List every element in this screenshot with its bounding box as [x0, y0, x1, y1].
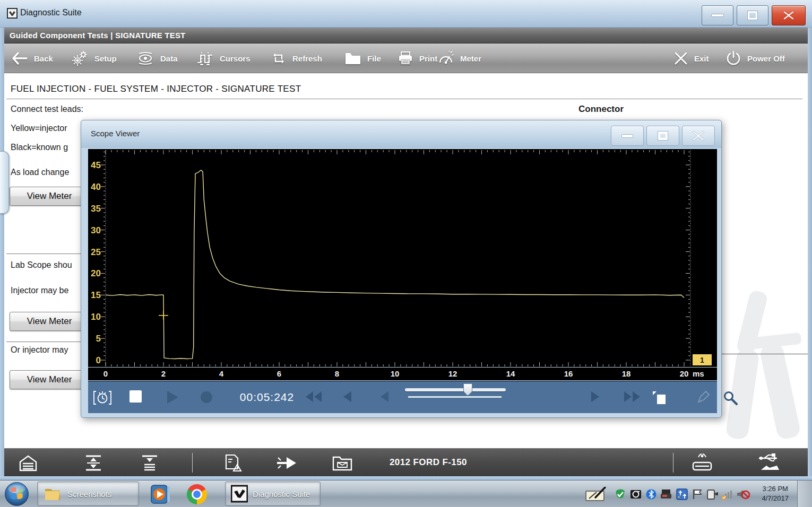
fast-forward-button[interactable] [623, 390, 641, 405]
tray-clock[interactable]: 3:26 PM 4/7/2017 [762, 484, 789, 503]
exit-button[interactable]: Exit [674, 43, 709, 73]
home-button[interactable] [18, 454, 38, 474]
diagnostic-suite-icon [231, 485, 248, 503]
svg-text:10: 10 [91, 312, 101, 322]
printer-icon [398, 51, 413, 65]
file-button[interactable]: File [345, 43, 381, 73]
vehicle-bar-divider-2 [673, 453, 673, 473]
cursors-button[interactable]: Cursors [196, 43, 250, 73]
play-button[interactable] [166, 390, 179, 406]
annotate-button[interactable] [696, 390, 710, 406]
close-icon [783, 10, 794, 21]
eye-icon [137, 51, 154, 65]
power-off-button[interactable]: Power Off [726, 43, 785, 73]
record-button[interactable] [200, 390, 213, 406]
rewind-button[interactable] [305, 390, 323, 405]
view-meter-button-2[interactable]: View Meter [10, 312, 89, 331]
section-divider-1 [6, 254, 81, 254]
chrome-icon [187, 484, 207, 504]
svg-text:25: 25 [91, 247, 101, 257]
time-axis-label: 14 [506, 369, 515, 378]
tray-network-icon[interactable] [721, 488, 732, 502]
back-arrow-icon [12, 52, 28, 65]
instruction-yellow-lead: Yellow=injector [11, 124, 67, 133]
wireless-device-icon[interactable] [689, 453, 715, 475]
trigger-timer-icon[interactable] [93, 390, 111, 407]
minimize-button[interactable] [702, 5, 733, 25]
taskbar-chrome-button[interactable] [187, 484, 207, 504]
saved-files-button[interactable] [332, 455, 352, 473]
maximize-icon [748, 11, 757, 20]
scope-plot-area[interactable]: 051015202530354045 1 [88, 149, 717, 367]
time-axis-label: 12 [448, 369, 457, 378]
tray-antivirus-icon[interactable] [615, 488, 626, 502]
scope-titlebar[interactable]: Scope Viewer [81, 120, 721, 148]
usb-connection-icon[interactable] [757, 452, 781, 476]
scope-close-icon [692, 130, 705, 141]
maximize-button[interactable] [737, 5, 768, 25]
expand-sections-button[interactable] [84, 454, 103, 474]
os-taskbar: Screenshots Diagnostic Suite [0, 480, 812, 507]
scope-viewer-window[interactable]: Scope Viewer 051015202530354045 1 m [81, 120, 722, 418]
tray-action-center-icon[interactable] [692, 488, 703, 502]
svg-text:5: 5 [96, 334, 101, 344]
title-underline [6, 99, 802, 99]
folder-icon [345, 52, 361, 65]
svg-text:35: 35 [91, 204, 101, 214]
print-button[interactable]: Print [398, 43, 437, 73]
snapshot-button[interactable] [652, 390, 667, 406]
data-button[interactable]: Data [137, 43, 178, 73]
close-button[interactable] [772, 5, 806, 25]
frame-back-button[interactable] [379, 390, 390, 405]
view-meter-button-3[interactable]: View Meter [10, 370, 89, 389]
time-axis-label: 10 [391, 369, 400, 378]
tray-power-plug-icon[interactable] [706, 488, 719, 502]
clock-date: 4/7/2017 [762, 494, 789, 503]
tray-language-icon[interactable] [676, 488, 688, 502]
time-axis-label: 0 [103, 369, 108, 378]
header-bar: Guided Component Tests | SIGNATURE TEST [4, 28, 808, 43]
tray-device-icon[interactable] [660, 488, 672, 502]
refresh-button[interactable]: Refresh [271, 43, 322, 73]
meter-icon [438, 51, 454, 66]
step-back-button[interactable] [342, 390, 352, 405]
vehicle-bar: 2012 FORD F-150 [4, 448, 808, 476]
instruction-black-lead: Black=known g [11, 143, 68, 152]
view-meter-button-1[interactable]: View Meter [10, 187, 89, 206]
taskbar-screenshots-button[interactable]: Screenshots [37, 482, 139, 506]
setup-button[interactable]: Setup [72, 43, 117, 73]
tray-volume-muted-icon[interactable] [736, 488, 750, 502]
zoom-button[interactable] [723, 390, 738, 407]
start-button[interactable] [4, 482, 29, 507]
time-axis-label: 4 [219, 369, 223, 378]
vehicle-label: 2012 FORD F-150 [390, 457, 467, 468]
back-button[interactable]: Back [12, 43, 53, 73]
gears-icon [72, 51, 88, 66]
position-slider-track[interactable] [405, 388, 506, 391]
vehicle-bar-divider-1 [192, 453, 193, 473]
step-forward-button[interactable] [590, 390, 601, 405]
meter-button[interactable]: Meter [438, 43, 481, 73]
stop-button[interactable] [129, 390, 142, 403]
slide-panel-handle[interactable] [0, 151, 9, 214]
show-desktop-button[interactable] [797, 480, 812, 507]
minimize-icon [711, 14, 724, 17]
tray-camera-icon[interactable] [630, 488, 642, 502]
svg-text:45: 45 [91, 160, 101, 170]
scope-minimize-button[interactable] [611, 126, 644, 146]
scope-close-button[interactable] [682, 126, 715, 146]
main-content: FUEL INJECTION - FUEL SYSTEM - INJECTOR … [4, 73, 808, 448]
report-button[interactable] [223, 454, 243, 474]
jump-to-button[interactable] [276, 455, 297, 473]
scope-maximize-button[interactable] [646, 126, 679, 146]
toolbar: Back Setup Data [4, 43, 808, 73]
taskbar-media-player-button[interactable] [150, 484, 171, 507]
instruction-lab-scope: Lab Scope shou [11, 260, 72, 270]
section-divider-2 [6, 342, 81, 342]
position-slider-thumb[interactable] [463, 383, 472, 396]
tray-bluetooth-icon[interactable] [646, 488, 656, 502]
collapse-sections-button[interactable] [140, 454, 159, 474]
taskbar-diagnostic-suite-button[interactable]: Diagnostic Suite [225, 482, 321, 506]
scope-window-title: Scope Viewer [91, 129, 140, 138]
tray-pen-input-icon[interactable] [585, 487, 609, 504]
